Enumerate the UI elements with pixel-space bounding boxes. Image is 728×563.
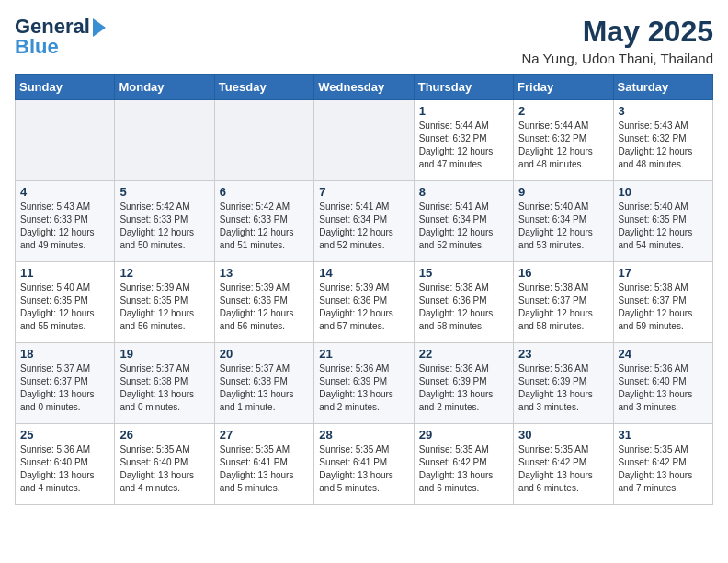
day-info: Sunrise: 5:41 AMSunset: 6:34 PMDaylight:… — [419, 201, 508, 252]
week-row-2: 4Sunrise: 5:43 AMSunset: 6:33 PMDaylight… — [16, 181, 713, 262]
day-info: Sunrise: 5:36 AMSunset: 6:39 PMDaylight:… — [518, 362, 608, 414]
day-number: 16 — [518, 266, 608, 280]
day-cell: 18Sunrise: 5:37 AMSunset: 6:37 PMDayligh… — [16, 343, 115, 424]
day-cell: 10Sunrise: 5:40 AMSunset: 6:35 PMDayligh… — [613, 181, 712, 262]
day-cell: 20Sunrise: 5:37 AMSunset: 6:38 PMDayligh… — [214, 343, 313, 424]
day-cell: 28Sunrise: 5:35 AMSunset: 6:41 PMDayligh… — [314, 424, 414, 505]
day-cell: 2Sunrise: 5:44 AMSunset: 6:32 PMDaylight… — [514, 100, 613, 181]
day-cell: 29Sunrise: 5:35 AMSunset: 6:42 PMDayligh… — [414, 424, 513, 505]
day-number: 22 — [419, 347, 508, 361]
week-row-3: 11Sunrise: 5:40 AMSunset: 6:35 PMDayligh… — [16, 262, 713, 343]
day-number: 27 — [220, 428, 309, 442]
day-cell: 31Sunrise: 5:35 AMSunset: 6:42 PMDayligh… — [613, 424, 712, 505]
week-row-5: 25Sunrise: 5:36 AMSunset: 6:40 PMDayligh… — [16, 424, 713, 505]
day-info: Sunrise: 5:37 AMSunset: 6:38 PMDaylight:… — [119, 362, 209, 414]
day-cell: 3Sunrise: 5:43 AMSunset: 6:32 PMDaylight… — [613, 100, 712, 181]
week-row-1: 1Sunrise: 5:44 AMSunset: 6:32 PMDaylight… — [16, 100, 713, 181]
weekday-tuesday: Tuesday — [214, 75, 313, 100]
day-cell: 8Sunrise: 5:41 AMSunset: 6:34 PMDaylight… — [414, 181, 513, 262]
day-info: Sunrise: 5:37 AMSunset: 6:38 PMDaylight:… — [220, 362, 309, 414]
day-cell: 23Sunrise: 5:36 AMSunset: 6:39 PMDayligh… — [514, 343, 613, 424]
day-info: Sunrise: 5:35 AMSunset: 6:41 PMDaylight:… — [319, 443, 408, 495]
day-info: Sunrise: 5:36 AMSunset: 6:40 PMDaylight:… — [619, 362, 708, 414]
day-number: 8 — [419, 185, 508, 199]
day-number: 25 — [20, 428, 109, 442]
day-cell: 7Sunrise: 5:41 AMSunset: 6:34 PMDaylight… — [314, 181, 414, 262]
day-info: Sunrise: 5:44 AMSunset: 6:32 PMDaylight:… — [419, 120, 508, 171]
day-info: Sunrise: 5:40 AMSunset: 6:35 PMDaylight:… — [20, 282, 109, 333]
day-info: Sunrise: 5:40 AMSunset: 6:35 PMDaylight:… — [619, 201, 708, 252]
day-cell: 17Sunrise: 5:38 AMSunset: 6:37 PMDayligh… — [613, 262, 712, 343]
day-cell: 27Sunrise: 5:35 AMSunset: 6:41 PMDayligh… — [214, 424, 313, 505]
day-number: 13 — [220, 266, 309, 280]
day-info: Sunrise: 5:35 AMSunset: 6:42 PMDaylight:… — [619, 443, 708, 495]
day-number: 30 — [518, 428, 608, 442]
title-block: May 2025 Na Yung, Udon Thani, Thailand — [522, 15, 714, 66]
day-cell — [314, 100, 414, 181]
day-info: Sunrise: 5:43 AMSunset: 6:33 PMDaylight:… — [20, 201, 109, 252]
day-cell: 19Sunrise: 5:37 AMSunset: 6:38 PMDayligh… — [115, 343, 214, 424]
month-title: May 2025 — [522, 15, 714, 49]
day-cell — [115, 100, 214, 181]
day-cell: 9Sunrise: 5:40 AMSunset: 6:34 PMDaylight… — [514, 181, 613, 262]
day-number: 10 — [619, 185, 708, 199]
weekday-sunday: Sunday — [16, 75, 115, 100]
day-info: Sunrise: 5:36 AMSunset: 6:40 PMDaylight:… — [20, 443, 109, 495]
day-info: Sunrise: 5:36 AMSunset: 6:39 PMDaylight:… — [419, 362, 508, 414]
day-info: Sunrise: 5:35 AMSunset: 6:42 PMDaylight:… — [419, 443, 508, 495]
day-info: Sunrise: 5:38 AMSunset: 6:37 PMDaylight:… — [619, 282, 708, 333]
day-cell — [16, 100, 115, 181]
day-info: Sunrise: 5:41 AMSunset: 6:34 PMDaylight:… — [319, 201, 408, 252]
logo-blue: Blue — [15, 35, 59, 59]
day-number: 12 — [119, 266, 209, 280]
calendar-table: SundayMondayTuesdayWednesdayThursdayFrid… — [15, 74, 713, 505]
day-cell: 22Sunrise: 5:36 AMSunset: 6:39 PMDayligh… — [414, 343, 513, 424]
day-cell: 5Sunrise: 5:42 AMSunset: 6:33 PMDaylight… — [115, 181, 214, 262]
day-number: 28 — [319, 428, 408, 442]
day-info: Sunrise: 5:39 AMSunset: 6:35 PMDaylight:… — [119, 282, 209, 333]
day-number: 19 — [119, 347, 209, 361]
day-number: 23 — [518, 347, 608, 361]
weekday-monday: Monday — [115, 75, 214, 100]
day-cell — [214, 100, 313, 181]
day-number: 3 — [619, 104, 708, 118]
day-number: 17 — [619, 266, 708, 280]
day-number: 6 — [220, 185, 309, 199]
weekday-wednesday: Wednesday — [314, 75, 414, 100]
day-cell: 13Sunrise: 5:39 AMSunset: 6:36 PMDayligh… — [214, 262, 313, 343]
day-cell: 12Sunrise: 5:39 AMSunset: 6:35 PMDayligh… — [115, 262, 214, 343]
day-cell: 30Sunrise: 5:35 AMSunset: 6:42 PMDayligh… — [514, 424, 613, 505]
logo: General Blue — [15, 15, 106, 59]
day-cell: 4Sunrise: 5:43 AMSunset: 6:33 PMDaylight… — [16, 181, 115, 262]
day-number: 14 — [319, 266, 408, 280]
day-cell: 6Sunrise: 5:42 AMSunset: 6:33 PMDaylight… — [214, 181, 313, 262]
day-cell: 15Sunrise: 5:38 AMSunset: 6:36 PMDayligh… — [414, 262, 513, 343]
day-info: Sunrise: 5:35 AMSunset: 6:40 PMDaylight:… — [119, 443, 209, 495]
day-cell: 16Sunrise: 5:38 AMSunset: 6:37 PMDayligh… — [514, 262, 613, 343]
day-number: 31 — [619, 428, 708, 442]
day-info: Sunrise: 5:42 AMSunset: 6:33 PMDaylight:… — [119, 201, 209, 252]
day-info: Sunrise: 5:40 AMSunset: 6:34 PMDaylight:… — [518, 201, 608, 252]
day-number: 18 — [20, 347, 109, 361]
day-number: 15 — [419, 266, 508, 280]
location-title: Na Yung, Udon Thani, Thailand — [522, 51, 714, 66]
weekday-thursday: Thursday — [414, 75, 513, 100]
day-number: 1 — [419, 104, 508, 118]
day-info: Sunrise: 5:35 AMSunset: 6:42 PMDaylight:… — [518, 443, 608, 495]
day-info: Sunrise: 5:39 AMSunset: 6:36 PMDaylight:… — [220, 282, 309, 333]
day-info: Sunrise: 5:43 AMSunset: 6:32 PMDaylight:… — [619, 120, 708, 171]
day-cell: 24Sunrise: 5:36 AMSunset: 6:40 PMDayligh… — [613, 343, 712, 424]
logo-arrow-icon — [93, 18, 106, 37]
day-number: 26 — [119, 428, 209, 442]
day-cell: 11Sunrise: 5:40 AMSunset: 6:35 PMDayligh… — [16, 262, 115, 343]
page-header: General Blue May 2025 Na Yung, Udon Than… — [15, 15, 713, 66]
week-row-4: 18Sunrise: 5:37 AMSunset: 6:37 PMDayligh… — [16, 343, 713, 424]
day-cell: 14Sunrise: 5:39 AMSunset: 6:36 PMDayligh… — [314, 262, 414, 343]
day-number: 5 — [119, 185, 209, 199]
day-info: Sunrise: 5:39 AMSunset: 6:36 PMDaylight:… — [319, 282, 408, 333]
day-info: Sunrise: 5:36 AMSunset: 6:39 PMDaylight:… — [319, 362, 408, 414]
day-number: 9 — [518, 185, 608, 199]
day-number: 21 — [319, 347, 408, 361]
day-info: Sunrise: 5:44 AMSunset: 6:32 PMDaylight:… — [518, 120, 608, 171]
weekday-friday: Friday — [514, 75, 613, 100]
